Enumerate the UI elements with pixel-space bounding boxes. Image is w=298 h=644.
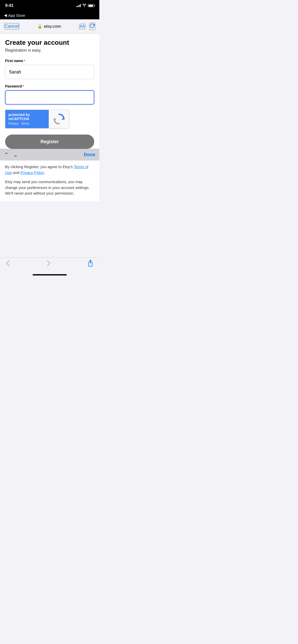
password-label: Password * [5, 84, 94, 88]
password-required-star: * [23, 84, 24, 88]
prev-field-button[interactable]: ⌃ [4, 152, 9, 158]
privacy-policy-link[interactable]: Privacy Policy [20, 170, 44, 175]
content-spacer [0, 201, 99, 257]
recaptcha-left: protected by reCAPTCHA Privacy · Terms [5, 110, 49, 128]
recaptcha-right [49, 110, 69, 128]
page-subtitle: Registration is easy. [5, 48, 94, 53]
app-store-label: App Store [8, 13, 25, 18]
legal-text: By clicking Register, you agree to Etsy'… [5, 164, 94, 175]
register-button[interactable]: Register [5, 135, 94, 149]
recaptcha-text: protected by reCAPTCHA [8, 113, 46, 121]
home-indicator [0, 271, 99, 279]
share-button[interactable] [88, 260, 93, 268]
done-button[interactable]: Done [84, 152, 95, 157]
safari-actions: AA [79, 23, 95, 30]
status-bar: 9:41 [0, 0, 99, 11]
app-store-bar[interactable]: ◀ App Store [0, 11, 99, 19]
first-name-input[interactable] [5, 65, 94, 79]
recaptcha-links: Privacy · Terms [8, 122, 46, 125]
first-name-label: First name * [5, 59, 94, 63]
safari-nav-bar: Cancel 🔒 etsy.com AA [0, 19, 99, 34]
first-name-field-group: First name * [5, 59, 94, 79]
lock-icon: 🔒 [37, 24, 42, 29]
url-bar[interactable]: 🔒 etsy.com [37, 24, 61, 29]
safari-bottom-bar [0, 257, 99, 271]
url-text: etsy.com [44, 24, 61, 29]
required-star: * [24, 59, 25, 63]
page-content: Create your account Registration is easy… [0, 34, 99, 149]
signal-bars-icon [76, 4, 81, 7]
legal-section: By clicking Register, you agree to Etsy'… [0, 160, 99, 201]
page-title: Create your account [5, 39, 94, 47]
password-field-group: Password * [5, 84, 94, 105]
legal-fine-print: Etsy may send you communications; you ma… [5, 179, 94, 196]
recaptcha-widget[interactable]: protected by reCAPTCHA Privacy · Terms [5, 110, 69, 128]
forward-button[interactable] [47, 260, 50, 268]
battery-icon [88, 4, 94, 7]
next-field-button[interactable]: ⌄ [13, 152, 18, 158]
password-input[interactable] [5, 90, 94, 105]
aa-button[interactable]: AA [79, 24, 86, 29]
toolbar-nav: ⌃ ⌄ [4, 152, 18, 158]
home-bar [33, 274, 67, 275]
back-arrow-icon: ◀ [4, 13, 7, 18]
back-button[interactable] [6, 260, 10, 268]
refresh-button[interactable] [89, 23, 95, 30]
wifi-icon [82, 4, 86, 8]
recaptcha-logo-icon [53, 113, 65, 125]
keyboard-toolbar: ⌃ ⌄ Done [0, 149, 99, 160]
status-icons [76, 4, 94, 8]
status-time: 9:41 [5, 3, 13, 8]
cancel-button[interactable]: Cancel [4, 23, 19, 30]
